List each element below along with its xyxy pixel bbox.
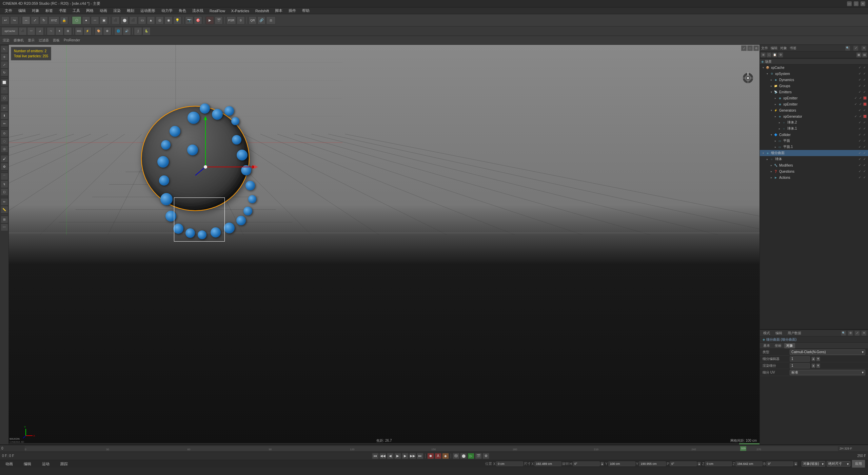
coord-z-rot[interactable]: 0° <box>766 461 793 466</box>
cylinder-tool[interactable]: ⬛ <box>129 16 137 24</box>
pp-edit-tab[interactable]: 编辑 <box>773 330 784 336</box>
capsule-tool[interactable]: ◉ <box>164 16 173 24</box>
obj-select[interactable]: ⬡ <box>72 16 81 24</box>
vp-expand[interactable]: ⤢ <box>741 45 747 51</box>
lt-move[interactable]: ✛ <box>1 53 8 61</box>
tree-item-arrow-subdivObj[interactable]: ▾ <box>761 152 765 155</box>
pp-mode-tab[interactable]: 模式 <box>761 330 772 336</box>
tree-check1-obj2[interactable]: ✓ <box>858 121 862 124</box>
pp-coord-tab[interactable]: 坐标 <box>773 343 784 348</box>
tree-item-Groups[interactable]: ▸📁Groups✓✓ <box>760 83 868 89</box>
tree-item-arrow-plane1[interactable]: ▸ <box>773 139 777 142</box>
tree-item-arrow-xpEmitter1[interactable]: ▸ <box>773 97 777 100</box>
timeline-track[interactable]: 0 30 60 90 120 150 180 210 240 270 329 <box>24 446 838 451</box>
lt-poly-pen[interactable]: ✏ <box>1 198 8 206</box>
material-btn[interactable]: 🎨 <box>95 27 103 35</box>
tree-check2-Modifiers[interactable]: ✓ <box>863 164 867 167</box>
tree-check2-Dynamics[interactable]: ✓ <box>863 78 867 81</box>
tree-item-xpSystem[interactable]: ▾⚙xpSystem✓✓ <box>760 71 868 77</box>
pb-keyframe[interactable]: ◆ <box>442 453 449 459</box>
pp-subdiv-render-up[interactable]: ▲ <box>811 363 815 368</box>
tree-item-Generators[interactable]: ▾⚡Generators✓✓ <box>760 107 868 113</box>
menu-dynamics[interactable]: 动力学 <box>159 7 175 14</box>
tree-check1-xpSystem[interactable]: ✓ <box>858 72 862 75</box>
tree-item-Dynamics[interactable]: ▸◆Dynamics✓✓ <box>760 77 868 83</box>
lt-poly[interactable]: ⬡ <box>1 94 8 102</box>
tree-item-xpEmitter2[interactable]: ▸◉xpEmitter✓✓ <box>760 101 868 107</box>
pp-basic-tab[interactable]: 基本 <box>761 343 772 348</box>
pb-auto[interactable]: A <box>435 453 441 459</box>
menu-tags[interactable]: 标签 <box>43 7 56 14</box>
pp-icon4[interactable]: ✕ <box>861 330 867 336</box>
coord-x-size[interactable]: 192.489 cm <box>534 461 561 466</box>
pb-prev-frame[interactable]: ◀ <box>387 453 394 459</box>
coord-y-step-up[interactable]: ▲ <box>697 462 701 466</box>
lt-paint[interactable]: 🖌 <box>1 155 8 163</box>
menu-plugins[interactable]: 插件 <box>286 7 299 14</box>
tree-item-xpEmitter1[interactable]: ▸◉xpEmitter✓✓ <box>760 95 868 101</box>
lt-rotate[interactable]: ↻ <box>1 69 8 76</box>
tree-item-arrow-xpCache[interactable]: ▾ <box>761 66 765 69</box>
pb-record[interactable]: ⏺ <box>427 453 434 459</box>
cube-btn2[interactable]: ⬛ <box>19 27 27 35</box>
tree-item-obj1[interactable]: ▸○球体.1✓✓ <box>760 126 868 132</box>
pp-icon3[interactable]: ⤢ <box>854 330 860 336</box>
lt-twist[interactable]: ↯ <box>1 180 8 188</box>
weight-btn[interactable]: ⚖ <box>266 16 276 24</box>
xp-cache-btn[interactable]: xpCache <box>1 27 18 35</box>
mograph-btn2[interactable]: MG <box>75 27 83 35</box>
tree-check1-subdivObj[interactable]: ✓ <box>858 151 862 155</box>
tree-item-arrow-xpGenerator[interactable]: ▸ <box>773 115 777 118</box>
tree-check1-meshObj[interactable]: ✓ <box>858 157 862 161</box>
menu-object[interactable]: 对象 <box>29 7 42 14</box>
coord-z-pos[interactable]: 0 cm <box>705 461 732 466</box>
tree-check2-Emitters[interactable]: ✓ <box>863 90 867 94</box>
rp-edit[interactable]: 编辑 <box>771 46 777 51</box>
tree-check1-Questions[interactable]: ✓ <box>858 170 862 173</box>
menu-realflow[interactable]: RealFlow <box>207 8 228 14</box>
menu-simulate[interactable]: 工具 <box>70 7 83 14</box>
pb-start[interactable]: ⏮ <box>372 453 379 459</box>
tree-check1-obj1[interactable]: ✓ <box>858 127 862 130</box>
coord-z-size[interactable]: 194.642 cm <box>735 461 763 466</box>
pb-play[interactable]: ▶ <box>394 453 401 459</box>
tree-item-plane2[interactable]: ▸▭平面.1✓✓ <box>760 144 868 150</box>
plane-tool[interactable]: ▭ <box>138 16 146 24</box>
tree-item-Collider[interactable]: ▾🔷Collider✓✓ <box>760 132 868 138</box>
python-btn[interactable]: 🐍 <box>142 27 151 35</box>
rp-close[interactable]: ✕ <box>861 45 867 51</box>
menu-mograph[interactable]: 运动图形 <box>138 7 158 14</box>
rpi-attr[interactable]: ⚙ <box>778 52 783 58</box>
coord-apply-btn[interactable]: 应用 <box>852 460 865 468</box>
lt-sculpt[interactable]: ✿ <box>1 163 8 170</box>
sphere-tool[interactable]: ⬤ <box>120 16 129 24</box>
rp-file[interactable]: 文件 <box>761 46 768 51</box>
pp-subdiv-editor-down[interactable]: ▼ <box>816 357 820 361</box>
tree-check1-Generators[interactable]: ✓ <box>858 109 862 112</box>
tree-check2-meshObj[interactable]: ✓ <box>863 157 867 161</box>
tree-check2-plane2[interactable]: ✓ <box>863 145 867 149</box>
tree-check2-Collider[interactable]: ✓ <box>863 133 867 136</box>
tree-check2-xpEmitter2[interactable]: ✓ <box>859 102 863 106</box>
spline-btn[interactable]: 〰 <box>27 27 35 35</box>
tree-item-arrow-Modifiers[interactable]: ▸ <box>769 164 773 167</box>
tree-check1-Groups[interactable]: ✓ <box>858 84 862 88</box>
lt-arrow[interactable]: ↖ <box>1 45 8 53</box>
status-tracking[interactable]: 跟踪 <box>58 461 71 467</box>
render-btn[interactable]: ▶ <box>206 16 214 24</box>
tree-dot-red-xpEmitter1[interactable] <box>863 96 867 100</box>
pb-play-forward[interactable]: ▷ <box>468 453 474 459</box>
coord-z-step-up[interactable]: ▲ <box>794 462 797 466</box>
qr-btn[interactable]: QR <box>249 16 257 24</box>
lt-bridge[interactable]: ⇔ <box>1 120 8 127</box>
tree-item-xpCache[interactable]: ▾📦xpCache✓✓ <box>760 64 868 71</box>
tree-item-arrow-meshObj[interactable]: ▸ <box>765 158 769 161</box>
pb-settings[interactable]: ⚙ <box>482 453 489 459</box>
minimize-button[interactable]: — <box>847 1 852 6</box>
rp-object[interactable]: 对象 <box>780 46 787 51</box>
particle-btn[interactable]: ✦ <box>55 27 63 35</box>
rpi-hierarchy[interactable]: ⊞ <box>761 52 766 58</box>
snap-btn[interactable]: 🔗 <box>257 16 265 24</box>
cone-tool[interactable]: ▲ <box>147 16 155 24</box>
tree-check1-xpCache[interactable]: ✓ <box>858 66 862 69</box>
